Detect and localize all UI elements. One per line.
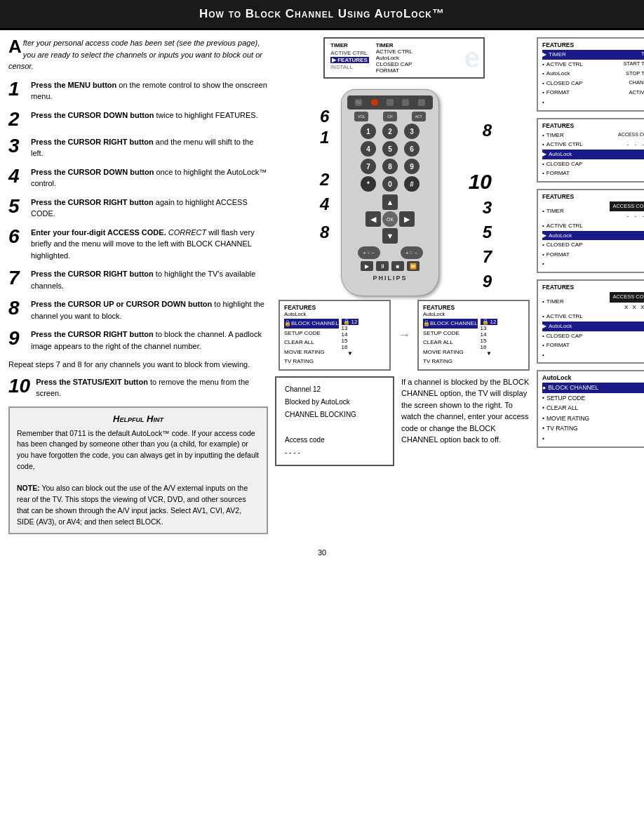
playback-controls: ▶ ⏸ ■ ⏩ bbox=[347, 261, 433, 271]
step-2-bold: Press the CURSOR DOWN button bbox=[31, 111, 154, 119]
step-7-bold: Press the CURSOR RIGHT button bbox=[31, 270, 154, 278]
step-6-text: Enter your four-digit ACCESS CODE. CORRE… bbox=[31, 227, 268, 262]
btn-right[interactable]: ▶ bbox=[399, 211, 415, 227]
features-right-numbers: 🔒12 13 14 15 16 ▼ bbox=[481, 319, 498, 366]
step-3: 3 Press the CURSOR RIGHT button and the … bbox=[8, 136, 268, 159]
features-bottom-left: FEATURES AutoLock 🔒BLOCK CHANNEL SETUP C… bbox=[279, 300, 391, 371]
overlay-8: 8 bbox=[483, 121, 492, 140]
step-1-bold: Press the MENU button bbox=[31, 81, 116, 89]
panel-4-timer: •TIMER ACCESS CODE X X X X bbox=[542, 292, 644, 312]
btn-left[interactable]: ◀ bbox=[365, 211, 381, 227]
btn-0[interactable]: 0 bbox=[382, 176, 398, 192]
btn-hash[interactable]: # bbox=[404, 176, 420, 192]
overlay-7: 7 bbox=[483, 247, 492, 267]
item-empty-al: • bbox=[542, 434, 644, 444]
panel-1-title: FEATURES bbox=[542, 41, 644, 48]
blocked-ch-line2: Blocked by AutoLock bbox=[285, 396, 384, 409]
panel-3-title: FEATURES bbox=[542, 193, 644, 200]
item-setup-code: •SETUP CODE bbox=[542, 393, 644, 403]
btn-7[interactable]: 7 bbox=[361, 159, 376, 174]
btn-ok[interactable]: OK bbox=[382, 211, 398, 227]
blocked-ch-dashes: - - - - bbox=[285, 446, 384, 459]
autolock-menu-panel: AutoLock ●BLOCK CHANNEL •SETUP CODE •CLE… bbox=[537, 370, 644, 448]
step-1: 1 Press the MENU button on the remote co… bbox=[8, 79, 268, 102]
btn-8[interactable]: 8 bbox=[382, 159, 398, 174]
tv-menu-right: TIMER ACTIVE CTRL AutoLock CLOSED CAP FO… bbox=[376, 42, 412, 74]
step-4-text: Press the CURSOR DOWN button once to hig… bbox=[31, 166, 268, 190]
btn-up[interactable]: ▲ bbox=[382, 194, 398, 210]
overlay-9: 9 bbox=[483, 272, 492, 291]
step-10: 10 Press the STATUS/EXIT button to remov… bbox=[8, 376, 268, 399]
tv-screen-top: TIMER ACTIVE CTRL ▶ FEATURES INSTALL TIM… bbox=[323, 37, 485, 79]
step-7: 7 Press the CURSOR RIGHT button to highl… bbox=[8, 268, 268, 291]
overlay-5: 5 bbox=[483, 223, 492, 242]
autolock-menu-title: AutoLock bbox=[542, 374, 644, 381]
step-6: 6 Enter your four-digit ACCESS CODE. COR… bbox=[8, 227, 268, 262]
btn-star[interactable]: * bbox=[361, 176, 376, 192]
btn-pause[interactable]: ⏸ bbox=[376, 261, 389, 271]
right-column: TIMER ACTIVE CTRL ▶ FEATURES INSTALL TIM… bbox=[275, 37, 644, 534]
overlay-8b: 8 bbox=[320, 223, 329, 242]
overlay-3: 3 bbox=[483, 198, 492, 218]
btn-1[interactable]: 1 bbox=[361, 124, 376, 139]
item-movie-rating-left: MOVIE RATING bbox=[284, 348, 339, 357]
remote-with-overlays: 6 TV bbox=[320, 86, 488, 296]
step-4-bold: Press the CURSOR DOWN button bbox=[31, 168, 154, 176]
page-number: 30 bbox=[318, 548, 326, 557]
hint-text: Remember that 0711 is the default AutoLo… bbox=[17, 428, 260, 528]
step-2-text: Press the CURSOR DOWN button twice to hi… bbox=[31, 110, 268, 121]
step-8-number: 8 bbox=[8, 298, 25, 318]
blocked-screen-description: If a channel is blocked by the BLOCK CHA… bbox=[401, 376, 533, 446]
btn-5[interactable]: 5 bbox=[382, 141, 398, 157]
step-7-text: Press the CURSOR RIGHT button to highlig… bbox=[31, 268, 268, 291]
hint-body: Remember that 0711 is the default AutoLo… bbox=[17, 429, 259, 470]
step-5-bold: Press the CURSOR RIGHT button bbox=[31, 198, 154, 206]
panel-3-closed-cap: •CLOSED CAP bbox=[542, 240, 644, 250]
remote-control: TV VOL CH ACT bbox=[341, 89, 439, 296]
btn-play[interactable]: ▶ bbox=[361, 261, 373, 271]
btn-9[interactable]: 9 bbox=[404, 159, 420, 174]
step-9: 9 Press the CURSOR RIGHT button to block… bbox=[8, 329, 268, 352]
steps-list: 1 Press the MENU button on the remote co… bbox=[8, 79, 268, 352]
step-8: 8 Press the CURSOR UP or CURSOR DOWN but… bbox=[8, 298, 268, 322]
panel-1-active-ctrl: •ACTIVE CTRL START TIME bbox=[542, 60, 644, 70]
item-clear-all: •CLEAR ALL bbox=[542, 403, 644, 413]
panel-3-format: •FORMAT bbox=[542, 250, 644, 260]
tv-menu-left: TIMER ACTIVE CTRL ▶ FEATURES INSTALL bbox=[330, 42, 369, 74]
features-left-numbers: 🔒12 13 14 15 16 ▼ bbox=[342, 319, 359, 366]
btn-2[interactable]: 2 bbox=[382, 124, 398, 139]
btn-down[interactable]: ▼ bbox=[382, 228, 398, 244]
blocked-ch-line3: CHANNEL BLOCKING bbox=[285, 409, 384, 421]
btn-6[interactable]: 6 bbox=[404, 141, 420, 157]
item-block-channel: ●BLOCK CHANNEL bbox=[542, 383, 644, 392]
drop-cap: A bbox=[8, 37, 22, 55]
btn-stop[interactable]: ■ bbox=[391, 261, 404, 271]
panel-3: FEATURES •TIMER ACCESS CODE - - - - •ACT… bbox=[537, 189, 644, 273]
panel-4-closed-cap: •CLOSED CAP bbox=[542, 331, 644, 341]
btn-ff[interactable]: ⏩ bbox=[407, 261, 420, 271]
step-5-text: Press the CURSOR RIGHT button again to h… bbox=[31, 197, 268, 220]
overlay-2: 2 bbox=[320, 170, 329, 190]
overlay-10: 10 bbox=[469, 170, 492, 194]
item-tv-rating-right: TV RATING bbox=[423, 357, 478, 366]
step-1-number: 1 bbox=[8, 79, 25, 99]
panel-1-empty: • bbox=[542, 98, 644, 107]
step-5-number: 5 bbox=[8, 197, 25, 216]
overlay-4: 4 bbox=[320, 194, 329, 214]
step-7-number: 7 bbox=[8, 268, 25, 288]
item-movie-rating: •MOVIE RATING bbox=[542, 413, 644, 423]
btn-3[interactable]: 3 bbox=[404, 124, 420, 139]
step-1-text: Press the MENU button on the remote cont… bbox=[31, 79, 268, 102]
item-tv-rating-left: TV RATING bbox=[284, 357, 339, 366]
intro-text: After your personal access code has been… bbox=[8, 37, 268, 72]
bottom-menus-area: FEATURES AutoLock 🔒BLOCK CHANNEL SETUP C… bbox=[275, 300, 533, 371]
panel-2-timer: •TIMER ACCESS CODE bbox=[542, 131, 644, 140]
item-tv-rating: •TV RATING bbox=[542, 423, 644, 433]
panel-4-format: •FORMAT bbox=[542, 340, 644, 350]
item-block-channel-left: 🔒BLOCK CHANNEL bbox=[284, 319, 339, 329]
panel-3-active-ctrl: •ACTIVE CTRL bbox=[542, 221, 644, 231]
panel-1-timer: ▶TIMER TIME bbox=[542, 50, 644, 60]
panel-2-active-ctrl: •ACTIVE CTRL - - - - bbox=[542, 140, 644, 150]
btn-4[interactable]: 4 bbox=[361, 141, 376, 157]
remote-brand: PHILIPS bbox=[347, 274, 433, 282]
